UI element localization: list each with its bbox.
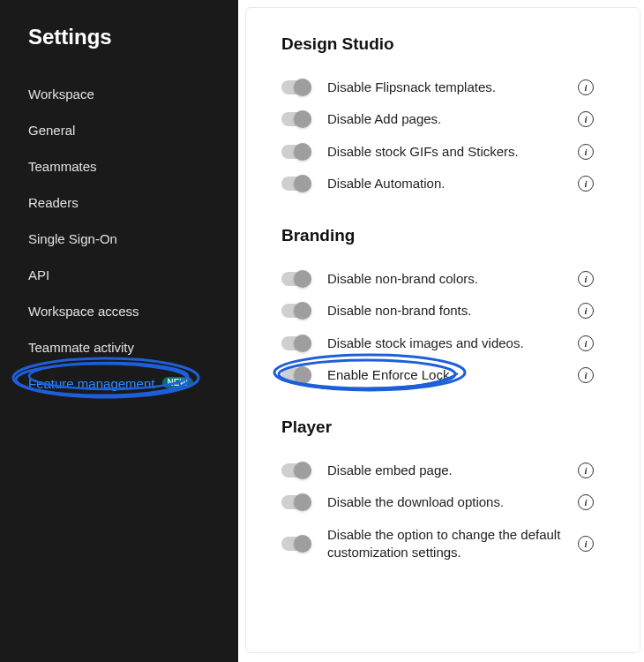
toggle-knob <box>294 366 311 384</box>
sidebar-item-label: Teammate activity <box>28 340 134 355</box>
sidebar-item-label: Teammates <box>28 159 97 174</box>
sidebar-item-workspace-access[interactable]: Workspace access <box>0 293 238 329</box>
toggle-label: Disable Flipsnack templates. <box>327 79 565 96</box>
toggle-label: Disable non-brand colors. <box>327 270 565 288</box>
sidebar-item-readers[interactable]: Readers <box>0 184 238 221</box>
toggle-knob <box>294 270 311 288</box>
info-icon[interactable]: i <box>578 176 594 192</box>
sidebar-item-label: API <box>28 267 49 282</box>
sidebar-item-label: Feature management <box>28 376 154 391</box>
section-branding: Branding Disable non-brand colors. i Dis… <box>281 226 640 391</box>
toggle-row-disable-stock-images-videos: Disable stock images and videos. i <box>281 327 640 359</box>
sidebar-item-teammate-activity[interactable]: Teammate activity <box>0 329 238 365</box>
toggle-label: Disable stock GIFs and Stickers. <box>327 143 565 161</box>
toggle-switch[interactable] <box>281 80 311 94</box>
toggle-switch[interactable] <box>281 336 311 350</box>
info-icon[interactable]: i <box>578 463 594 478</box>
info-icon[interactable]: i <box>578 335 594 351</box>
section-title: Design Studio <box>281 34 640 54</box>
sidebar-item-label: Readers <box>28 195 79 210</box>
toggle-knob <box>294 79 311 96</box>
toggle-row-enable-enforce-lock: Enable Enforce Lock. i <box>281 359 640 391</box>
info-icon[interactable]: i <box>578 144 594 160</box>
info-icon[interactable]: i <box>578 303 594 319</box>
toggle-label: Enable Enforce Lock. <box>327 366 565 384</box>
toggle-knob <box>294 110 311 128</box>
toggle-label: Disable the download options. <box>327 493 565 511</box>
toggle-row-disable-automation: Disable Automation. i <box>281 168 640 199</box>
toggle-switch[interactable] <box>281 304 311 318</box>
main-panel: Design Studio Disable Flipsnack template… <box>245 7 640 653</box>
toggle-knob <box>294 535 311 553</box>
sidebar-item-feature-management[interactable]: Feature management NEW <box>0 365 238 402</box>
toggle-knob <box>294 335 311 352</box>
toggle-switch[interactable] <box>281 368 311 382</box>
section-player: Player Disable embed page. i Disable the… <box>281 418 640 568</box>
toggle-knob <box>294 143 311 161</box>
toggle-row-disable-gifs-stickers: Disable stock GIFs and Stickers. i <box>281 136 640 168</box>
toggle-row-disable-download-options: Disable the download options. i <box>281 486 640 518</box>
toggle-switch[interactable] <box>281 463 311 478</box>
toggle-label: Disable stock images and videos. <box>327 335 565 352</box>
toggle-knob <box>294 493 311 511</box>
toggle-label: Disable embed page. <box>327 462 565 479</box>
section-title: Branding <box>281 226 640 245</box>
sidebar-item-label: Single Sign-On <box>28 231 117 246</box>
sidebar-item-label: Workspace <box>28 87 94 102</box>
sidebar-item-api[interactable]: API <box>0 257 238 293</box>
toggle-switch[interactable] <box>281 177 311 191</box>
toggle-row-disable-add-pages: Disable Add pages. i <box>281 103 640 135</box>
toggle-knob <box>294 175 311 192</box>
toggle-label: Disable non-brand fonts. <box>327 302 565 320</box>
sidebar-items: Workspace General Teammates Readers Sing… <box>0 76 238 402</box>
sidebar-item-workspace[interactable]: Workspace <box>0 76 238 112</box>
info-icon[interactable]: i <box>578 367 594 383</box>
settings-sidebar: Settings Workspace General Teammates Rea… <box>0 0 238 662</box>
toggle-label: Disable the option to change the default… <box>327 526 565 562</box>
toggle-switch[interactable] <box>281 112 311 126</box>
toggle-row-disable-non-brand-colors: Disable non-brand colors. i <box>281 263 640 295</box>
sidebar-title: Settings <box>0 25 238 76</box>
toggle-label: Disable Add pages. <box>327 110 565 128</box>
toggle-switch[interactable] <box>281 272 311 286</box>
sidebar-item-teammates[interactable]: Teammates <box>0 148 238 184</box>
section-title: Player <box>281 418 640 437</box>
toggle-row-disable-customization-settings: Disable the option to change the default… <box>281 519 640 569</box>
toggle-switch[interactable] <box>281 145 311 159</box>
info-icon[interactable]: i <box>578 111 594 127</box>
info-icon[interactable]: i <box>578 79 594 95</box>
new-badge: NEW <box>162 377 193 388</box>
info-icon[interactable]: i <box>578 494 594 510</box>
sidebar-item-label: Workspace access <box>28 304 139 319</box>
section-design-studio: Design Studio Disable Flipsnack template… <box>281 34 640 199</box>
toggle-row-disable-templates: Disable Flipsnack templates. i <box>281 71 640 103</box>
sidebar-item-general[interactable]: General <box>0 112 238 148</box>
toggle-knob <box>294 462 311 479</box>
toggle-switch[interactable] <box>281 537 311 551</box>
toggle-switch[interactable] <box>281 495 311 509</box>
toggle-knob <box>294 302 311 320</box>
info-icon[interactable]: i <box>578 536 594 552</box>
info-icon[interactable]: i <box>578 271 594 287</box>
toggle-row-disable-embed-page: Disable embed page. i <box>281 455 640 486</box>
sidebar-item-label: General <box>28 123 75 138</box>
toggle-row-disable-non-brand-fonts: Disable non-brand fonts. i <box>281 295 640 327</box>
sidebar-item-sso[interactable]: Single Sign-On <box>0 221 238 257</box>
toggle-label: Disable Automation. <box>327 175 565 192</box>
